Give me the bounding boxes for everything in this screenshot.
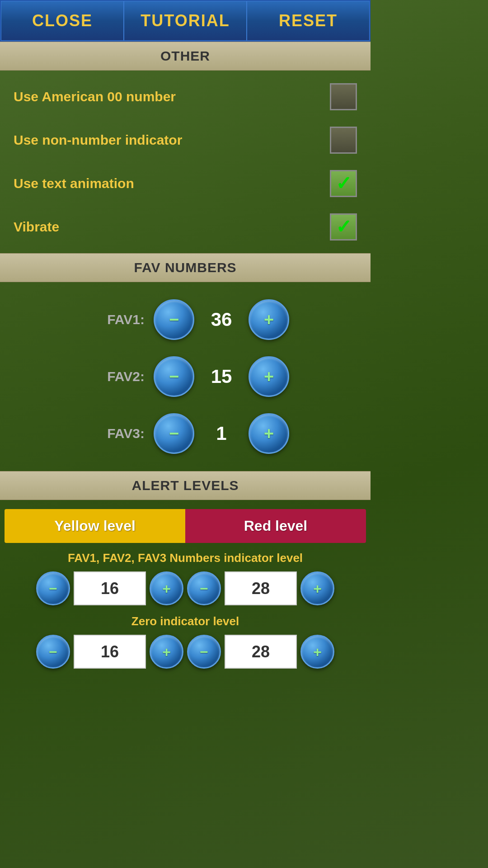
fav2-label: FAV2: bbox=[81, 369, 145, 384]
fav1-plus-button[interactable]: + bbox=[249, 299, 289, 340]
zero-red-minus-icon: − bbox=[200, 645, 208, 659]
fav-red-plus-button[interactable]: + bbox=[300, 571, 334, 605]
fav-indicator-label: FAV1, FAV2, FAV3 Numbers indicator level bbox=[5, 547, 366, 569]
fav2-minus-icon: − bbox=[169, 368, 179, 385]
zero-yellow-minus-icon: − bbox=[49, 645, 57, 659]
zero-yellow-plus-button[interactable]: + bbox=[150, 635, 183, 669]
top-bar: CLOSE TUTORIAL RESET bbox=[0, 0, 371, 42]
setting-label-nonnumber: Use non-number indicator bbox=[14, 132, 182, 148]
fav-yellow-plus-button[interactable]: + bbox=[150, 571, 183, 605]
zero-yellow-value: 16 bbox=[74, 635, 146, 669]
fav3-plus-icon: + bbox=[264, 425, 274, 442]
fav-red-minus-icon: − bbox=[200, 581, 208, 596]
setting-label-american00: Use American 00 number bbox=[14, 89, 176, 104]
checkbox-nonnumber[interactable] bbox=[330, 127, 357, 154]
fav2-value: 15 bbox=[203, 366, 239, 387]
zero-yellow-minus-button[interactable]: − bbox=[36, 635, 70, 669]
checkbox-textanimation[interactable]: ✓ bbox=[330, 170, 357, 197]
fav-yellow-minus-icon: − bbox=[49, 581, 57, 596]
fav2-row: FAV2: − 15 + bbox=[5, 348, 366, 405]
zero-yellow-plus-icon: + bbox=[162, 645, 171, 659]
fav3-row: FAV3: − 1 + bbox=[5, 405, 366, 462]
fav3-plus-button[interactable]: + bbox=[249, 413, 289, 454]
fav-indicator-controls: − 16 + − 28 + bbox=[5, 569, 366, 608]
fav1-value: 36 bbox=[203, 309, 239, 330]
fav1-minus-button[interactable]: − bbox=[154, 299, 194, 340]
fav1-label: FAV1: bbox=[81, 312, 145, 327]
fav2-minus-button[interactable]: − bbox=[154, 356, 194, 397]
checkbox-american00[interactable] bbox=[330, 83, 357, 110]
other-section-header: OTHER bbox=[0, 42, 371, 71]
settings-area: Use American 00 number Use non-number in… bbox=[0, 71, 371, 253]
fav1-plus-icon: + bbox=[264, 311, 274, 328]
alert-levels-section-header: ALERT LEVELS bbox=[0, 471, 371, 500]
setting-row-nonnumber: Use non-number indicator bbox=[9, 118, 361, 162]
fav-yellow-minus-button[interactable]: − bbox=[36, 571, 70, 605]
fav1-row: FAV1: − 36 + bbox=[5, 291, 366, 348]
setting-label-textanimation: Use text animation bbox=[14, 176, 134, 191]
checkbox-vibrate[interactable]: ✓ bbox=[330, 213, 357, 241]
fav2-plus-button[interactable]: + bbox=[249, 356, 289, 397]
fav3-minus-icon: − bbox=[169, 425, 179, 442]
zero-red-plus-icon: + bbox=[313, 645, 322, 659]
red-level: Red level bbox=[185, 509, 366, 543]
fav-red-minus-button[interactable]: − bbox=[187, 571, 221, 605]
fav-yellow-plus-icon: + bbox=[162, 581, 171, 596]
setting-row-textanimation: Use text animation ✓ bbox=[9, 162, 361, 205]
setting-row-vibrate: Vibrate ✓ bbox=[9, 205, 361, 249]
setting-row-american00: Use American 00 number bbox=[9, 75, 361, 118]
zero-red-minus-button[interactable]: − bbox=[187, 635, 221, 669]
zero-indicator-controls: − 16 + − 28 + bbox=[5, 632, 366, 671]
fav-numbers-area: FAV1: − 36 + FAV2: − 15 + FAV3: − 1 + bbox=[0, 282, 371, 471]
zero-indicator-label: Zero indicator level bbox=[5, 608, 366, 632]
alert-levels-area: Yellow level Red level FAV1, FAV2, FAV3 … bbox=[0, 500, 371, 680]
fav-yellow-value: 16 bbox=[74, 571, 146, 605]
fav3-label: FAV3: bbox=[81, 426, 145, 441]
checkmark-textanimation: ✓ bbox=[336, 174, 352, 193]
checkmark-vibrate: ✓ bbox=[336, 217, 352, 236]
fav-red-value: 28 bbox=[225, 571, 297, 605]
fav3-value: 1 bbox=[203, 423, 239, 444]
fav1-minus-icon: − bbox=[169, 311, 179, 328]
tutorial-button[interactable]: TUTORIAL bbox=[124, 1, 247, 41]
close-button[interactable]: CLOSE bbox=[1, 1, 124, 41]
level-bar: Yellow level Red level bbox=[5, 509, 366, 543]
fav3-minus-button[interactable]: − bbox=[154, 413, 194, 454]
fav-red-plus-icon: + bbox=[313, 581, 322, 596]
yellow-level: Yellow level bbox=[5, 509, 185, 543]
zero-red-plus-button[interactable]: + bbox=[300, 635, 334, 669]
setting-label-vibrate: Vibrate bbox=[14, 219, 59, 235]
reset-button[interactable]: RESET bbox=[247, 1, 370, 41]
fav-numbers-section-header: FAV NUMBERS bbox=[0, 253, 371, 282]
fav2-plus-icon: + bbox=[264, 368, 274, 385]
zero-red-value: 28 bbox=[225, 635, 297, 669]
